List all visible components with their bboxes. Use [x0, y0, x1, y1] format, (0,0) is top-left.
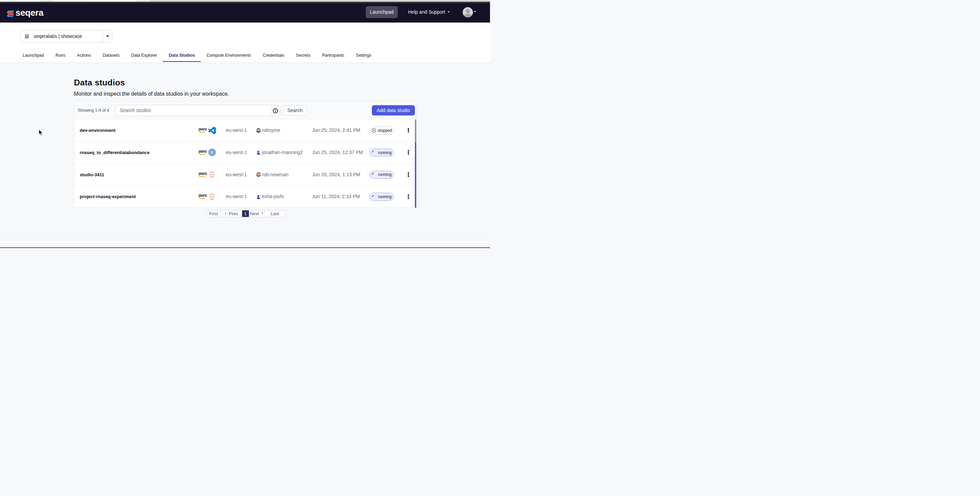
svg-text:jupyter: jupyter [209, 196, 215, 198]
svg-text:jupyter: jupyter [209, 174, 215, 175]
